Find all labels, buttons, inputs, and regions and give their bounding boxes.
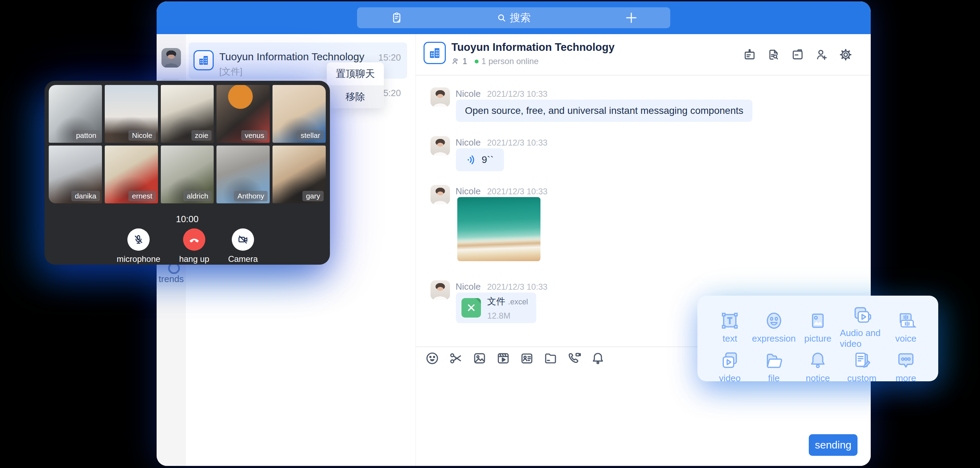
participant-tile[interactable]: danika [49,145,102,203]
text-icon [719,310,740,331]
participant-name: Anthony [234,191,267,201]
settings-gear-icon[interactable] [839,48,852,61]
participant-name: aldrich [183,191,212,201]
avatar[interactable] [431,88,450,107]
panel-item-expression[interactable]: expression [752,305,795,349]
folder-icon[interactable] [791,48,804,61]
panel-item-text[interactable]: text [708,305,752,349]
participant-tile[interactable]: venus [216,85,270,143]
video-call-icon[interactable] [567,351,582,366]
participant-tile[interactable]: stellar [272,85,326,143]
file-folder-icon [764,350,784,371]
audio-video-icon [851,305,872,326]
avatar[interactable] [431,280,450,300]
video-clip-icon[interactable] [496,351,511,366]
participant-name: stellar [297,130,324,141]
text-message-bubble[interactable]: Open source, free, and universal instant… [456,100,752,122]
excel-file-icon: ✕ [461,298,481,318]
panel-item-audio-video[interactable]: Audio and video [840,305,884,349]
voice-icon [896,310,916,331]
send-button[interactable]: sending [809,434,858,456]
participant-name: danika [72,191,100,201]
participant-name: Nicole [129,130,156,141]
group-avatar [423,42,446,64]
custom-icon [851,350,872,371]
chat-header: Tuoyun Information Technology 1 1 person… [416,34,871,75]
voice-message-bubble[interactable]: 9`` [456,149,504,171]
more-icon [896,350,916,371]
participant-tile[interactable]: Anthony [216,145,270,203]
panel-item-file[interactable]: file [752,350,795,384]
notice-board-icon[interactable] [743,48,756,61]
file-ext: .excel [508,297,528,306]
plus-icon[interactable] [624,11,638,25]
microphone-button[interactable]: microphone [116,228,160,264]
control-label: hang up [179,254,210,264]
sender-name: Nicole [455,88,480,99]
participant-tile[interactable]: Nicole [105,85,158,143]
online-dot [475,59,479,63]
screenshot-scissors-icon[interactable] [449,351,463,366]
add-member-icon[interactable] [815,48,828,61]
message-time: 2021/12/3 10:33 [487,138,548,147]
notify-bell-icon[interactable] [590,351,605,366]
file-message-bubble[interactable]: ✕ 文件 .excel 12.8M [456,292,536,323]
sidebar-item-trends[interactable]: trends [157,274,186,284]
search-field[interactable]: 搜索 [357,11,670,25]
panel-item-video[interactable]: video [708,350,752,384]
menu-item-pin-chat[interactable]: 置顶聊天 [327,62,384,85]
participant-tile[interactable]: aldrich [161,145,214,203]
file-size: 12.8M [487,311,528,321]
message-meta: Nicole 2021/12/3 10:33 [455,281,547,292]
participant-name: venus [241,130,267,141]
panel-item-voice[interactable]: voice [884,305,928,349]
search-bar[interactable]: 搜索 [357,7,670,28]
avatar[interactable] [161,48,181,67]
participant-tile[interactable]: gary [272,145,326,203]
notes-icon[interactable] [390,11,403,24]
file-name: 文件 [487,296,505,307]
header-actions [743,48,852,61]
participant-name: zoie [191,130,212,141]
panel-item-picture[interactable]: picture [796,305,840,349]
building-icon [198,54,210,66]
participant-tile[interactable]: zoie [161,85,214,143]
contact-card-icon[interactable] [520,351,534,366]
message-meta: Nicole 2021/12/3 10:33 [455,186,547,197]
panel-item-more[interactable]: more [884,350,928,384]
chat-panel: Tuoyun Information Technology 1 1 person… [415,34,871,466]
conversation-preview: [文件] [219,65,242,78]
member-count: 1 [463,56,467,66]
picture-light-icon [807,310,828,331]
emoji-icon[interactable] [425,351,439,366]
expression-icon [764,310,784,331]
building-icon [428,46,441,59]
conversation-title: Tuoyun Information Technology [219,51,364,63]
message-type-panel: text expression picture Audio and video [697,295,938,381]
avatar[interactable] [431,136,450,156]
participant-tile[interactable]: patton [49,85,102,143]
message-meta: Nicole 2021/12/3 10:33 [455,88,547,99]
participant-grid: patton Nicole zoie venus stellar danika … [49,85,326,203]
video-call-window: patton Nicole zoie venus stellar danika … [45,81,330,265]
menu-item-remove[interactable]: 移除 [327,85,384,108]
file-info: 文件 .excel 12.8M [487,295,528,321]
camera-button[interactable]: Camera [228,228,258,264]
image-message-beach-photo[interactable] [457,197,541,261]
history-search-icon[interactable] [767,48,780,61]
participant-name: ernest [129,191,156,201]
participant-tile[interactable]: ernest [105,145,158,203]
control-label: Camera [228,254,258,264]
notice-bell-icon [807,350,828,371]
hang-up-icon [188,234,200,246]
composer-toolbar [425,351,605,366]
folder-icon[interactable] [543,351,558,366]
avatar[interactable] [431,185,450,204]
panel-item-notice[interactable]: notice [796,350,840,384]
participant-name: gary [302,191,324,201]
voice-wave-icon [466,155,477,165]
panel-item-custom[interactable]: custom [840,350,884,384]
hang-up-button[interactable]: hang up [179,228,210,264]
call-controls: microphone hang up Camera [45,228,330,264]
picture-icon[interactable] [472,351,487,366]
